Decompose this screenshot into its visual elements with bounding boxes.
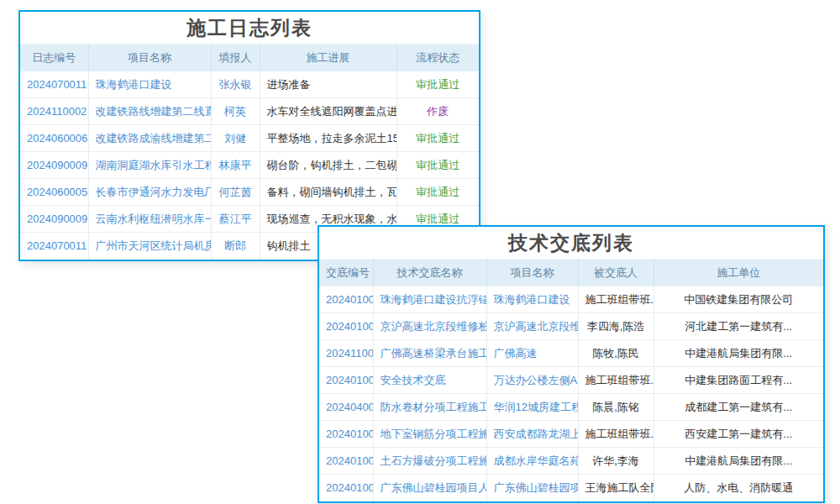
receivers-text: 施工班组带班...: [578, 367, 654, 394]
reporter-link[interactable]: 断郎: [211, 233, 260, 260]
project-name-link[interactable]: 珠海鹤港口建设: [486, 286, 578, 313]
progress-text: 备料，砌间墙钩机排土，瓦...: [260, 179, 396, 206]
flow-status-badge: 作废: [396, 98, 479, 125]
table-row: 2024010001广东佛山碧桂园项目人防...广东佛山碧桂园项目王海施工队全队…: [319, 475, 823, 501]
disclosure-id-link[interactable]: 2024010001: [319, 475, 373, 501]
log-id-link[interactable]: 2024060006: [20, 125, 88, 152]
flow-status-badge: 审批通过: [396, 71, 479, 98]
progress-text: 进场准备: [260, 71, 396, 98]
disclosure-id-link[interactable]: 2024010003: [319, 367, 373, 394]
table-row: 2024110002改建铁路线增建第二线直...柯英水车对全线遮阳网覆盖点进..…: [20, 98, 479, 125]
receivers-text: 施工班组带班...: [578, 421, 654, 448]
disclosure-id-link[interactable]: 2024010003: [319, 286, 373, 313]
disclosure-name-link[interactable]: 防水卷材分项工程施工技...: [373, 394, 486, 421]
project-name-link[interactable]: 云南水利枢纽潜明水库一...: [88, 206, 211, 233]
table-row: 2024010002土石方爆破分项工程施工...成都水岸华庭名苑...许华,李海…: [319, 448, 823, 475]
column-header-project-name: 项目名称: [486, 260, 578, 286]
disclosure-name-link[interactable]: 广佛高速桥梁承台施工技...: [373, 340, 486, 367]
project-name-link[interactable]: 广佛高速: [486, 340, 578, 367]
disclosure-name-link[interactable]: 珠海鹤港口建设抗浮锚杆...: [373, 286, 486, 313]
table-row: 2024070011珠海鹤港口建设张永银进场准备审批通过: [20, 71, 479, 98]
technical-disclosure-title: 技术交底列表: [319, 227, 823, 259]
reporter-link[interactable]: 何芷茵: [211, 179, 260, 206]
table-row: 2024040001防水卷材分项工程施工技...华润12城房建工程...陈晨,陈…: [319, 394, 823, 421]
column-header-disclosure-name: 技术交底名称: [373, 260, 486, 286]
project-name-link[interactable]: 湖南洞庭湖水库引水工程...: [88, 152, 211, 179]
column-header-log-id: 日志编号: [20, 45, 88, 71]
table-row: 2024090009湖南洞庭湖水库引水工程...林康平砌台阶，钩机排土，二包砌.…: [20, 152, 479, 179]
disclosure-id-link[interactable]: 2024010002: [319, 448, 373, 475]
construction-unit-text: 西安建工第一建筑有...: [654, 421, 823, 448]
disclosure-name-link[interactable]: 京沪高速北京段维修桩帽...: [373, 313, 486, 340]
technical-disclosure-header-row: 交底编号 技术交底名称 项目名称 被交底人 施工单位: [319, 260, 823, 286]
project-name-link[interactable]: 珠海鹤港口建设: [88, 71, 211, 98]
table-row: 2024060006改建铁路成渝线增建第二...刘健平整场地，拉走多余泥土15.…: [20, 125, 479, 152]
reporter-link[interactable]: 刘健: [211, 125, 260, 152]
construction-log-title: 施工日志列表: [20, 12, 479, 44]
log-id-link[interactable]: 2024060005: [20, 179, 88, 206]
receivers-text: 王海施工队全队: [578, 475, 654, 501]
project-name-link[interactable]: 西安成都路龙湖上...: [486, 421, 578, 448]
table-row: 2024060005长春市伊通河水力发电厂...何芷茵备料，砌间墙钩机排土，瓦.…: [20, 179, 479, 206]
project-name-link[interactable]: 京沪高速北京段维修: [486, 313, 578, 340]
disclosure-id-link[interactable]: 2024110001: [319, 340, 373, 367]
construction-unit-text: 中建港航局集团有限...: [654, 340, 823, 367]
disclosure-id-link[interactable]: 2024010004: [319, 313, 373, 340]
reporter-link[interactable]: 蔡江平: [211, 206, 260, 233]
disclosure-name-link[interactable]: 安全技术交底: [373, 367, 486, 394]
log-id-link[interactable]: 2024070011: [20, 71, 88, 98]
reporter-link[interactable]: 张永银: [211, 71, 260, 98]
column-header-project-name: 项目名称: [88, 45, 211, 71]
receivers-text: 陈晨,陈铭: [578, 394, 654, 421]
construction-unit-text: 河北建工第一建筑有...: [654, 313, 823, 340]
construction-unit-text: 人防、水电、消防暖通: [654, 475, 823, 501]
log-id-link[interactable]: 2024070011: [20, 233, 88, 260]
progress-text: 平整场地，拉走多余泥土15...: [260, 125, 396, 152]
construction-log-panel: 施工日志列表 日志编号 项目名称 填报人 施工进展 流程状态 202407001…: [18, 10, 480, 261]
receivers-text: 陈牧,陈民: [578, 340, 654, 367]
project-name-link[interactable]: 长春市伊通河水力发电厂...: [88, 179, 211, 206]
column-header-reporter: 填报人: [211, 45, 260, 71]
receivers-text: 李四海,陈浩: [578, 313, 654, 340]
table-row: 2024010003珠海鹤港口建设抗浮锚杆...珠海鹤港口建设施工班组带班...…: [319, 286, 823, 313]
project-name-link[interactable]: 华润12城房建工程...: [486, 394, 578, 421]
disclosure-name-link[interactable]: 广东佛山碧桂园项目人防...: [373, 475, 486, 501]
construction-unit-text: 成都建工第一建筑有...: [654, 394, 823, 421]
column-header-receivers: 被交底人: [578, 260, 654, 286]
project-name-link[interactable]: 改建铁路线增建第二线直...: [88, 98, 211, 125]
flow-status-badge: 审批通过: [396, 179, 479, 206]
disclosure-id-link[interactable]: 2024010002: [319, 421, 373, 448]
construction-log-header-row: 日志编号 项目名称 填报人 施工进展 流程状态: [20, 45, 479, 71]
receivers-text: 许华,李海: [578, 448, 654, 475]
project-name-link[interactable]: 改建铁路成渝线增建第二...: [88, 125, 211, 152]
receivers-text: 施工班组带班...: [578, 286, 654, 313]
construction-unit-text: 中建港航局集团有限...: [654, 448, 823, 475]
disclosure-name-link[interactable]: 地下室钢筋分项工程施工...: [373, 421, 486, 448]
column-header-unit: 施工单位: [654, 260, 823, 286]
progress-text: 水车对全线遮阳网覆盖点进...: [260, 98, 396, 125]
column-header-disclosure-id: 交底编号: [319, 260, 373, 286]
column-header-flow-status: 流程状态: [396, 45, 479, 71]
technical-disclosure-panel: 技术交底列表 交底编号 技术交底名称 项目名称 被交底人 施工单位 202401…: [318, 225, 825, 503]
construction-unit-text: 中国铁建集团有限公司: [654, 286, 823, 313]
log-id-link[interactable]: 2024090009: [20, 152, 88, 179]
disclosure-name-link[interactable]: 土石方爆破分项工程施工...: [373, 448, 486, 475]
table-row: 2024010002地下室钢筋分项工程施工...西安成都路龙湖上...施工班组带…: [319, 421, 823, 448]
log-id-link[interactable]: 2024090009: [20, 206, 88, 233]
page-background: 施工日志列表 日志编号 项目名称 填报人 施工进展 流程状态 202407001…: [0, 0, 840, 504]
reporter-link[interactable]: 林康平: [211, 152, 260, 179]
reporter-link[interactable]: 柯英: [211, 98, 260, 125]
project-name-link[interactable]: 万达办公楼左侧A...: [486, 367, 578, 394]
progress-text: 砌台阶，钩机排土，二包砌...: [260, 152, 396, 179]
table-row: 2024010004京沪高速北京段维修桩帽...京沪高速北京段维修李四海,陈浩河…: [319, 313, 823, 340]
project-name-link[interactable]: 广州市天河区统计局机房...: [88, 233, 211, 260]
project-name-link[interactable]: 广东佛山碧桂园项目: [486, 475, 578, 501]
disclosure-id-link[interactable]: 2024040001: [319, 394, 373, 421]
flow-status-badge: 审批通过: [396, 152, 479, 179]
construction-unit-text: 中建集团路面工程有...: [654, 367, 823, 394]
table-row: 2024110001广佛高速桥梁承台施工技...广佛高速陈牧,陈民中建港航局集团…: [319, 340, 823, 367]
flow-status-badge: 审批通过: [396, 125, 479, 152]
project-name-link[interactable]: 成都水岸华庭名苑...: [486, 448, 578, 475]
technical-disclosure-table: 交底编号 技术交底名称 项目名称 被交底人 施工单位 2024010003珠海鹤…: [319, 259, 823, 501]
log-id-link[interactable]: 2024110002: [20, 98, 88, 125]
